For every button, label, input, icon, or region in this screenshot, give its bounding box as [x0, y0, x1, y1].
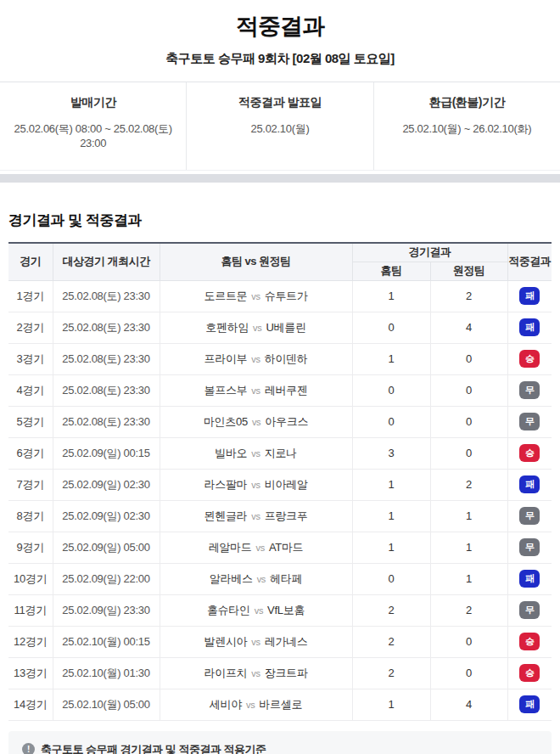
hit-result-badge: 승	[519, 350, 540, 368]
vs-label: vs	[251, 668, 260, 678]
away-score: 4	[430, 689, 507, 720]
game-number: 12경기	[8, 626, 53, 657]
match-teams: 홀슈타인vsVfL보훔	[160, 594, 352, 626]
match-teams: 라이프치vs장크트파	[160, 657, 352, 689]
game-number: 11경기	[8, 594, 53, 626]
hit-result-cell: 승	[507, 343, 552, 374]
home-score: 0	[352, 374, 430, 406]
page-title: 적중결과	[0, 11, 560, 42]
home-team-name: 발렌시아	[204, 635, 247, 648]
hit-result-badge: 승	[519, 633, 540, 650]
table-row: 3경기 25.02.08(토) 23:30 프라이부vs하이덴하 1 0 승	[8, 343, 552, 374]
hit-result-cell: 무	[507, 500, 552, 532]
table-row: 9경기 25.02.09(일) 05:00 레알마드vsAT마드 1 1 무	[8, 532, 552, 563]
col-header-result-group: 경기결과	[352, 243, 507, 262]
vs-label: vs	[246, 700, 255, 710]
match-teams: 세비야vs바르셀로	[160, 689, 352, 720]
away-team-name: AT마드	[269, 541, 303, 554]
hit-result-cell: 무	[507, 594, 552, 626]
away-score: 2	[430, 469, 507, 500]
match-teams: 빌바오vs지로나	[160, 437, 352, 469]
vs-label: vs	[255, 543, 264, 553]
vs-label: vs	[255, 605, 263, 616]
summary-bar: 발매기간 25.02.06(목) 08:00 ~ 25.02.08(토) 23:…	[0, 82, 560, 171]
match-datetime: 25.02.08(토) 23:30	[53, 312, 160, 343]
match-datetime: 25.02.09(일) 02:30	[53, 469, 160, 500]
table-row: 5경기 25.02.08(토) 23:30 마인츠05vs아우크스 0 0 무	[8, 406, 552, 437]
hit-result-badge: 무	[519, 538, 540, 556]
game-number: 14경기	[8, 689, 53, 720]
hit-result-cell: 승	[507, 437, 552, 469]
home-team-name: 알라베스	[210, 572, 253, 585]
hit-result-cell: 패	[507, 312, 552, 343]
home-team-name: 볼프스부	[204, 384, 247, 397]
away-score: 1	[430, 532, 507, 563]
table-row: 6경기 25.02.09(일) 00:15 빌바오vs지로나 3 0 승	[8, 437, 552, 469]
away-score: 0	[430, 374, 507, 406]
away-score: 1	[430, 500, 507, 532]
note-box: ! 축구토토 승무패 경기결과 및 적중결과 적용기준 - 경기시작부터 후반 …	[8, 731, 552, 754]
match-teams: 묀헨글라vs프랑크푸	[160, 500, 352, 532]
vs-label: vs	[251, 291, 260, 301]
hit-result-badge: 패	[519, 287, 540, 305]
home-score: 1	[352, 469, 430, 500]
away-team-name: 장크트파	[265, 667, 308, 679]
hit-result-cell: 패	[507, 280, 552, 312]
vs-label: vs	[251, 448, 260, 459]
hit-result-cell: 무	[507, 532, 552, 563]
hit-result-cell: 무	[507, 406, 552, 437]
match-datetime: 25.02.10(월) 01:30	[53, 657, 160, 689]
vs-label: vs	[257, 574, 266, 584]
home-score: 0	[352, 312, 430, 343]
table-row: 12경기 25.02.10(월) 00:15 발렌시아vs레가네스 2 0 승	[8, 626, 552, 657]
away-team-name: VfL보훔	[267, 604, 305, 616]
match-datetime: 25.02.08(토) 23:30	[53, 374, 160, 406]
away-team-name: 헤타페	[270, 572, 302, 585]
hit-result-badge: 승	[519, 664, 540, 682]
summary-value: 25.02.10(월) ~ 26.02.10(화)	[374, 121, 560, 137]
hit-result-badge: 무	[519, 381, 540, 399]
home-team-name: 빌바오	[215, 447, 247, 459]
info-icon: !	[22, 743, 35, 754]
hit-result-cell: 패	[507, 689, 552, 720]
home-team-name: 마인츠05	[204, 415, 248, 428]
summary-label: 환급(환불)기간	[374, 95, 560, 110]
match-datetime: 25.02.09(일) 02:30	[53, 500, 160, 532]
note-title-text: 축구토토 승무패 경기결과 및 적중결과 적용기준	[41, 742, 266, 754]
hit-result-badge: 무	[519, 601, 540, 619]
table-row: 13경기 25.02.10(월) 01:30 라이프치vs장크트파 2 0 승	[8, 657, 552, 689]
away-score: 1	[430, 563, 507, 594]
home-score: 2	[352, 594, 430, 626]
game-number: 6경기	[8, 437, 53, 469]
table-row: 4경기 25.02.08(토) 23:30 볼프스부vs레버쿠젠 0 0 무	[8, 374, 552, 406]
away-team-name: 프랑크푸	[265, 509, 308, 522]
home-score: 1	[352, 500, 430, 532]
home-score: 2	[352, 626, 430, 657]
table-row: 8경기 25.02.09(일) 02:30 묀헨글라vs프랑크푸 1 1 무	[8, 500, 552, 532]
home-score: 0	[352, 563, 430, 594]
match-teams: 라스팔마vs비아레알	[160, 469, 352, 500]
vs-label: vs	[253, 323, 261, 333]
game-number: 9경기	[8, 532, 53, 563]
home-team-name: 레알마드	[209, 541, 252, 554]
game-number: 8경기	[8, 500, 53, 532]
hit-result-badge: 패	[519, 570, 540, 588]
table-header: 경기 대상경기 개최시간 홈팀 vs 원정팀 경기결과 적중결과 홈팀 원정팀	[8, 243, 552, 280]
table-row: 14경기 25.02.10(월) 05:00 세비야vs바르셀로 1 4 패	[8, 689, 552, 720]
away-team-name: 슈투트가	[265, 290, 308, 302]
hit-result-badge: 패	[519, 318, 540, 336]
away-score: 0	[430, 406, 507, 437]
match-teams: 프라이부vs하이덴하	[160, 343, 352, 374]
home-score: 1	[352, 532, 430, 563]
game-number: 10경기	[8, 563, 53, 594]
section-divider	[0, 174, 560, 183]
home-team-name: 라이프치	[204, 667, 247, 679]
match-datetime: 25.02.08(토) 23:30	[53, 280, 160, 312]
results-section: 경기결과 및 적중결과 경기 대상경기 개최시간 홈팀 vs 원정팀 경기결과 …	[0, 211, 560, 721]
table-row: 7경기 25.02.09(일) 02:30 라스팔마vs비아레알 1 2 패	[8, 469, 552, 500]
home-score: 1	[352, 280, 430, 312]
home-score: 1	[352, 689, 430, 720]
home-score: 3	[352, 437, 430, 469]
summary-label: 발매기간	[0, 95, 186, 110]
away-score: 0	[430, 657, 507, 689]
